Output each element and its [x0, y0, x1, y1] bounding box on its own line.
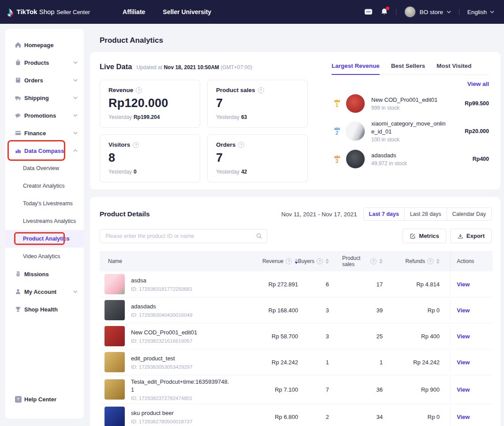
crown-rank: 1 — [332, 98, 342, 108]
live-data-left: Live Data Updated at Nov 18, 2021 10:50A… — [100, 63, 310, 178]
ranking-item[interactable]: 1 New COD_Pro001_edit01 999 in stock Rp9… — [332, 94, 489, 113]
sidebar-item-missions[interactable]: Missions — [5, 265, 84, 283]
question-circle-icon[interactable]: ? — [258, 87, 264, 93]
sidebar-subitem-todays-livestreams[interactable]: Today's Livestreams — [5, 195, 84, 212]
nav-affiliate[interactable]: Affiliate — [123, 8, 145, 15]
view-link[interactable]: View — [457, 386, 470, 393]
column-header-product-sales[interactable]: Product sales? — [342, 251, 395, 271]
tiktok-shop-logo[interactable]: ♪ TikTok Shop Seller Center — [7, 6, 90, 19]
ranking-item[interactable]: 2 xiaomi_category_move_online_id_01 100 … — [332, 120, 489, 143]
column-header-revenue[interactable]: Revenue? — [232, 251, 298, 271]
ranking-panel: Largest Revenue Best Sellers Most Visite… — [332, 63, 489, 178]
live-stats-grid: Revenue? Rp120.000 YesterdayRp199.204 Pr… — [100, 80, 310, 182]
sidebar-subitem-product-analytics[interactable]: Product Analytics — [5, 230, 84, 248]
nav-seller-university[interactable]: Seller University — [163, 8, 211, 15]
sidebar-item-products[interactable]: Products — [5, 54, 84, 71]
question-circle-icon[interactable]: ? — [238, 142, 244, 148]
sidebar-item-shipping[interactable]: Shipping — [5, 89, 84, 107]
view-link[interactable]: View — [457, 333, 470, 340]
column-header-actions: Actions — [450, 251, 493, 271]
product-sales-cell: 25 — [342, 333, 395, 340]
stat-value: 7 — [216, 151, 299, 165]
product-thumbnail — [105, 274, 125, 294]
product-stock: 999 in stock — [371, 105, 446, 111]
yesterday-value: 63 — [241, 114, 247, 120]
rank-number: 1 — [332, 103, 342, 108]
updated-timezone: (GMT+07:00) — [220, 64, 252, 70]
tab-most-visited[interactable]: Most Visited — [437, 63, 471, 74]
sidebar-subitem-video-analytics[interactable]: Video Analytics — [5, 248, 84, 265]
product-sales-cell: 17 — [342, 281, 395, 288]
sidebar-item-my-account[interactable]: My Account — [5, 283, 84, 300]
sidebar-label: Products — [23, 59, 73, 66]
stat-label: Orders — [216, 141, 235, 148]
yesterday-label: Yesterday — [108, 169, 132, 175]
actions-cell: View — [450, 352, 493, 372]
topbar-divider — [459, 9, 459, 15]
sidebar-label: My Account — [23, 289, 73, 295]
export-button[interactable]: Export — [450, 229, 492, 243]
search-icon[interactable] — [256, 233, 262, 239]
live-data-updated: Updated at Nov 18, 2021 10:50AM (GMT+07:… — [136, 64, 252, 70]
export-label: Export — [467, 233, 485, 239]
view-link[interactable]: View — [457, 307, 470, 314]
sidebar-item-homepage[interactable]: Homepage — [5, 36, 84, 54]
question-circle-icon[interactable]: ? — [286, 258, 292, 264]
topbar-right: BO store English — [364, 6, 494, 18]
product-search-input[interactable] — [105, 233, 256, 239]
column-header-name: Name — [100, 251, 232, 271]
tab-best-sellers[interactable]: Best Sellers — [391, 63, 425, 74]
view-link[interactable]: View — [457, 281, 470, 288]
chat-icon[interactable] — [364, 8, 373, 16]
sidebar-item-promotions[interactable]: Promotions — [5, 107, 84, 124]
sidebar-subitem-data-overview[interactable]: Data Overview — [5, 159, 84, 177]
sort-carets[interactable] — [325, 259, 329, 264]
store-menu[interactable]: BO store — [404, 6, 451, 18]
sidebar-subitem-livestreams-analytics[interactable]: Livestreams Analytics — [5, 212, 84, 230]
range-calendar-day-button[interactable]: Calendar Day — [447, 208, 491, 220]
revenue-cell: Rp 7.100 — [232, 386, 298, 393]
revenue-cell: Rp 6.800 — [232, 414, 298, 420]
tab-largest-revenue[interactable]: Largest Revenue — [332, 63, 380, 75]
sidebar-item-data-compass[interactable]: Data Compass — [5, 142, 84, 159]
question-circle-icon[interactable]: ? — [133, 142, 139, 148]
range-segmented-control: Last 7 days Last 28 days Calendar Day — [363, 207, 492, 221]
sort-carets[interactable] — [436, 259, 440, 264]
question-circle-icon[interactable]: ? — [136, 87, 142, 93]
sidebar-item-orders[interactable]: Orders — [5, 71, 84, 89]
view-link[interactable]: View — [457, 359, 470, 366]
metrics-button[interactable]: Metrics — [403, 229, 446, 243]
product-id: ID: 1729383040430016049 — [131, 312, 192, 318]
product-name: adasdads — [131, 303, 192, 311]
sidebar-item-finance[interactable]: Finance — [5, 124, 84, 142]
sidebar-subitem-creator-analytics[interactable]: Creator Analytics — [5, 177, 84, 195]
table-row: New COD_Pro001_edit01 ID: 17293823216166… — [100, 323, 493, 349]
range-last-28-days-button[interactable]: Last 28 days — [404, 208, 447, 220]
credit-card-icon — [15, 130, 22, 137]
language-menu[interactable]: English — [467, 9, 494, 15]
yesterday-value: 0 — [134, 169, 137, 175]
logo-seller-center: Seller Center — [56, 9, 90, 15]
product-price: Rp99.500 — [465, 100, 489, 107]
product-name: sku product beer — [131, 409, 192, 417]
sidebar-item-help-center[interactable]: ? Help Center — [5, 390, 84, 408]
ranking-item[interactable]: 3 adasdads 49,972 in stock Rp400 — [332, 149, 489, 169]
sidebar-item-shop-health[interactable]: Shop Health — [5, 300, 84, 318]
view-link[interactable]: View — [457, 414, 470, 420]
table-row: sku product beer ID: 1729382780500018737… — [100, 404, 493, 426]
view-all-link[interactable]: View all — [332, 81, 489, 87]
range-last-7-days-button[interactable]: Last 7 days — [364, 208, 404, 220]
buyers-cell: 3 — [298, 333, 342, 340]
notification-bell-icon[interactable] — [381, 8, 388, 16]
column-header-buyers[interactable]: Buyers? — [298, 251, 342, 271]
question-circle-icon[interactable]: ? — [427, 258, 433, 264]
page-title: Product Analytics — [100, 36, 500, 45]
question-circle-icon[interactable]: ? — [370, 258, 377, 264]
product-thumbnail — [346, 94, 365, 113]
product-cell: sku product beer ID: 1729382780500018737 — [100, 407, 232, 426]
sort-carets[interactable] — [379, 259, 383, 264]
sidebar-sublabel: Product Analytics — [23, 236, 70, 242]
question-circle-icon[interactable]: ? — [317, 258, 323, 264]
refunds-cell: Rp 0 — [395, 414, 450, 420]
column-header-refunds[interactable]: Refunds? — [395, 251, 450, 271]
